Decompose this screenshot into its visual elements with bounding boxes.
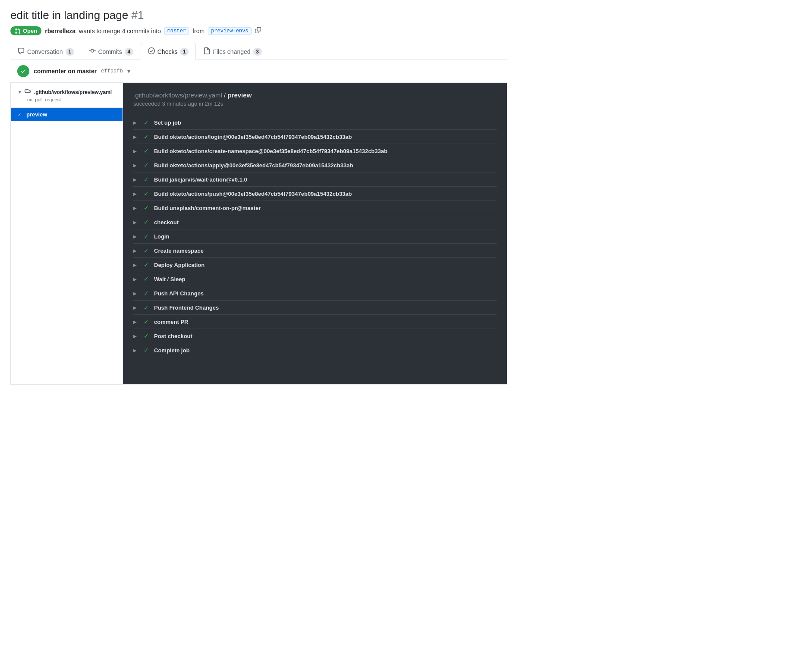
tab-commits-count: 4 xyxy=(125,48,133,56)
commit-dropdown[interactable]: ▾ xyxy=(127,68,130,75)
workflow-header[interactable]: ▼ .github/workflows/preview.yaml xyxy=(18,88,116,96)
workflow-item: ▼ .github/workflows/preview.yaml on: pul… xyxy=(11,83,123,108)
step-name: Build okteto/actions/apply@00e3ef35e8ed4… xyxy=(154,162,353,169)
step-expand-icon[interactable]: ▶ xyxy=(133,334,138,339)
step-item[interactable]: ▶ ✓ Build okteto/actions/create-namespac… xyxy=(133,144,497,158)
step-expand-icon[interactable]: ▶ xyxy=(133,177,138,182)
from-text: from xyxy=(192,28,205,34)
pr-title-text: edit title in landing page xyxy=(10,9,128,22)
step-expand-icon[interactable]: ▶ xyxy=(133,206,138,210)
step-item[interactable]: ▶ ✓ Push Frontend Changes xyxy=(133,301,497,315)
tab-conversation-count: 1 xyxy=(66,48,74,56)
merge-text: wants to merge 4 commits into xyxy=(79,28,161,34)
files-icon xyxy=(203,47,210,56)
success-circle xyxy=(17,65,29,77)
step-name: Build unsplash/comment-on-pr@master xyxy=(154,205,261,211)
step-check-icon: ✓ xyxy=(144,133,149,140)
step-item[interactable]: ▶ ✓ Deploy Application xyxy=(133,258,497,272)
step-expand-icon[interactable]: ▶ xyxy=(133,234,138,239)
step-item[interactable]: ▶ ✓ Push API Changes xyxy=(133,286,497,301)
tab-checks-label: Checks xyxy=(157,48,178,55)
job-expand-icon: ✓ xyxy=(18,112,23,117)
tab-checks-count: 1 xyxy=(180,48,189,56)
commit-hash: effddfb xyxy=(101,68,123,74)
step-item[interactable]: ▶ ✓ Build jakejarvis/wait-action@v0.1.0 xyxy=(133,172,497,187)
job-name: preview xyxy=(26,111,47,118)
commits-icon xyxy=(89,47,96,56)
pr-subtitle: Open rberrelleza wants to merge 4 commit… xyxy=(10,26,507,35)
step-expand-icon[interactable]: ▶ xyxy=(133,149,138,154)
step-item[interactable]: ▶ ✓ Post checkout xyxy=(133,329,497,343)
tab-files-changed[interactable]: Files changed 3 xyxy=(196,43,269,60)
step-item[interactable]: ▶ ✓ comment PR xyxy=(133,315,497,329)
step-check-icon: ✓ xyxy=(144,119,149,126)
step-expand-icon[interactable]: ▶ xyxy=(133,320,138,324)
tab-files-label: Files changed xyxy=(213,48,250,55)
step-item[interactable]: ▶ ✓ Login xyxy=(133,229,497,244)
step-list: ▶ ✓ Set up job ▶ ✓ Build okteto/actions/… xyxy=(133,116,497,357)
step-check-icon: ✓ xyxy=(144,176,149,183)
step-name: Deploy Application xyxy=(154,262,205,268)
step-item[interactable]: ▶ ✓ Build unsplash/comment-on-pr@master xyxy=(133,201,497,215)
step-item[interactable]: ▶ ✓ Complete job xyxy=(133,343,497,357)
step-item[interactable]: ▶ ✓ Create namespace xyxy=(133,244,497,258)
step-item[interactable]: ▶ ✓ Build okteto/actions/push@00e3ef35e8… xyxy=(133,187,497,201)
step-item[interactable]: ▶ ✓ Set up job xyxy=(133,116,497,130)
step-check-icon: ✓ xyxy=(144,204,149,211)
step-item[interactable]: ▶ ✓ Build okteto/actions/apply@00e3ef35e… xyxy=(133,158,497,172)
step-expand-icon[interactable]: ▶ xyxy=(133,120,138,125)
step-expand-icon[interactable]: ▶ xyxy=(133,263,138,267)
step-item[interactable]: ▶ ✓ Build okteto/actions/login@00e3ef35e… xyxy=(133,130,497,144)
tab-conversation[interactable]: Conversation 1 xyxy=(10,43,82,60)
job-item-preview[interactable]: ✓ preview xyxy=(11,108,123,121)
step-expand-icon[interactable]: ▶ xyxy=(133,348,138,353)
step-expand-icon[interactable]: ▶ xyxy=(133,191,138,196)
checks-icon xyxy=(148,47,155,56)
step-expand-icon[interactable]: ▶ xyxy=(133,248,138,253)
step-check-icon: ✓ xyxy=(144,304,149,311)
checks-status-bar: commenter on master effddfb ▾ xyxy=(10,60,507,83)
step-item[interactable]: ▶ ✓ Wait / Sleep xyxy=(133,272,497,286)
step-name: Complete job xyxy=(154,347,189,354)
head-branch[interactable]: preview-envs xyxy=(208,27,251,35)
tab-commits-label: Commits xyxy=(98,48,122,55)
workflow-icon xyxy=(25,88,31,96)
step-check-icon: ✓ xyxy=(144,332,149,339)
step-name: Build okteto/actions/push@00e3ef35e8ed47… xyxy=(154,191,352,197)
step-check-icon: ✓ xyxy=(144,276,149,282)
step-check-icon: ✓ xyxy=(144,290,149,297)
merge-icon xyxy=(15,28,21,34)
step-name: Post checkout xyxy=(154,333,192,339)
step-name: Create namespace xyxy=(154,248,204,254)
base-branch[interactable]: master xyxy=(164,27,189,35)
step-expand-icon[interactable]: ▶ xyxy=(133,277,138,282)
tab-checks[interactable]: Checks 1 xyxy=(141,43,196,60)
tab-conversation-label: Conversation xyxy=(27,48,63,55)
step-expand-icon[interactable]: ▶ xyxy=(133,220,138,225)
pr-author: rberrelleza xyxy=(45,28,76,34)
tab-commits[interactable]: Commits 4 xyxy=(82,43,141,60)
step-expand-icon[interactable]: ▶ xyxy=(133,135,138,139)
step-expand-icon[interactable]: ▶ xyxy=(133,305,138,310)
step-expand-icon[interactable]: ▶ xyxy=(133,163,138,168)
step-check-icon: ✓ xyxy=(144,190,149,197)
status-text: Open xyxy=(23,28,37,34)
checks-sidebar: ▼ .github/workflows/preview.yaml on: pul… xyxy=(11,83,123,384)
step-check-icon: ✓ xyxy=(144,147,149,154)
step-item[interactable]: ▶ ✓ checkout xyxy=(133,215,497,229)
detail-job-name: preview xyxy=(227,91,252,99)
checks-detail: .github/workflows/preview.yaml / preview… xyxy=(123,83,507,384)
step-check-icon: ✓ xyxy=(144,219,149,226)
step-name: checkout xyxy=(154,219,179,226)
checks-header-label: commenter on master xyxy=(34,68,97,75)
detail-status: succeeded 3 minutes ago in 2m 12s xyxy=(133,100,497,107)
open-badge: Open xyxy=(10,26,41,35)
workflow-toggle-icon[interactable]: ▼ xyxy=(18,90,22,94)
step-name: Build okteto/actions/create-namespace@00… xyxy=(154,148,387,154)
step-check-icon: ✓ xyxy=(144,261,149,268)
copy-icon[interactable] xyxy=(255,27,261,34)
step-name: comment PR xyxy=(154,319,188,325)
step-expand-icon[interactable]: ▶ xyxy=(133,291,138,296)
step-name: Push API Changes xyxy=(154,290,204,297)
detail-title: .github/workflows/preview.yaml / preview xyxy=(133,91,497,99)
